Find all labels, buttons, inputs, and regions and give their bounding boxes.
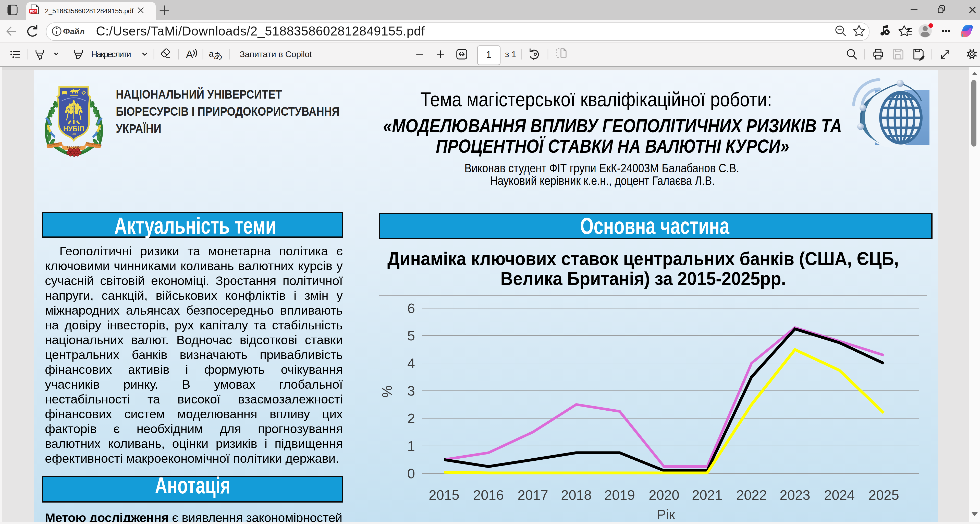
svg-text:2015: 2015	[429, 487, 460, 503]
svg-text:%: %	[379, 385, 395, 398]
svg-text:2019: 2019	[605, 487, 635, 503]
svg-text:2021: 2021	[692, 487, 722, 503]
svg-text:a: a	[209, 49, 213, 59]
svg-text:2016: 2016	[473, 487, 504, 503]
svg-text:2025: 2025	[869, 487, 899, 503]
svg-text:2018: 2018	[561, 487, 592, 503]
svg-text:A: A	[186, 49, 193, 60]
svg-text:0: 0	[407, 466, 415, 481]
svg-text:あ: あ	[214, 50, 223, 60]
svg-text:2022: 2022	[736, 487, 767, 503]
svg-text:2: 2	[407, 411, 415, 426]
svg-text:C:/Users/TaMi/Downloads/2_5188: C:/Users/TaMi/Downloads/2_51883586028128…	[96, 24, 425, 38]
svg-text:з 1: з 1	[505, 49, 516, 59]
svg-text:2020: 2020	[649, 487, 679, 503]
svg-text:Запитати в Copilot: Запитати в Copilot	[240, 49, 312, 59]
svg-text:6: 6	[407, 301, 415, 316]
svg-text:2_5188358602812849155.pdf: 2_5188358602812849155.pdf	[45, 7, 134, 15]
svg-text:Файл: Файл	[63, 27, 85, 36]
svg-text:1: 1	[486, 49, 491, 60]
svg-text:Накреслити: Накреслити	[91, 49, 131, 59]
svg-text:2023: 2023	[780, 487, 810, 503]
svg-text:2024: 2024	[824, 487, 855, 503]
svg-text:Рік: Рік	[657, 506, 675, 522]
svg-text:НУБіП: НУБіП	[63, 125, 84, 133]
svg-text:1898: 1898	[72, 133, 76, 135]
svg-text:1: 1	[407, 438, 415, 454]
svg-text:2017: 2017	[517, 487, 548, 503]
svg-text:PDF: PDF	[30, 10, 37, 13]
svg-text:4: 4	[407, 355, 415, 371]
svg-text:3: 3	[407, 383, 415, 398]
svg-text:5: 5	[407, 328, 415, 343]
